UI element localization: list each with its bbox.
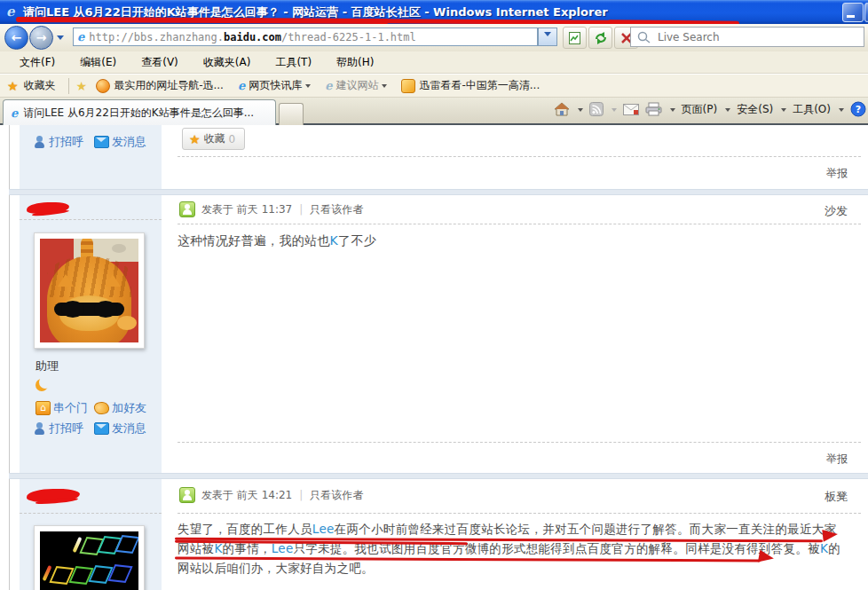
post-meta: 发表于 前天 11:37 | 只看该作者 bbox=[179, 201, 363, 217]
tools-menu-button[interactable]: 工具(O) bbox=[793, 102, 831, 117]
url-path: /thread-6225-1-1.html bbox=[281, 31, 416, 43]
post-body-line: 网站被K的事情，Lee只字未提。我也试图用百度官方微博的形式想能得到点百度官方的… bbox=[178, 541, 840, 557]
online-status-icon bbox=[179, 487, 195, 503]
handshake-icon bbox=[93, 401, 110, 415]
address-bar[interactable]: http://bbs.zhanzhang.baidu.com/thread-62… bbox=[73, 28, 538, 46]
online-status-icon bbox=[179, 201, 195, 217]
envelope-icon bbox=[94, 422, 109, 435]
floor-link[interactable]: 沙发 bbox=[825, 203, 848, 219]
menu-edit[interactable]: 编辑(E) bbox=[69, 53, 127, 72]
back-button[interactable] bbox=[4, 26, 28, 50]
menu-view[interactable]: 查看(V) bbox=[130, 53, 189, 72]
post-body-line: 网站以后咱们办，大家好自为之吧。 bbox=[178, 561, 374, 577]
ie-icon bbox=[325, 79, 332, 92]
search-box[interactable] bbox=[630, 27, 864, 47]
greet-link[interactable]: 打招呼 bbox=[34, 134, 83, 150]
read-mail-button[interactable] bbox=[623, 104, 639, 115]
refresh-button[interactable] bbox=[588, 27, 612, 49]
page-content: 打招呼 发消息 收藏 0 举报 助理 bbox=[0, 125, 868, 590]
only-author-link[interactable]: 只看该作者 bbox=[310, 202, 363, 217]
page-icon bbox=[77, 30, 84, 43]
chevron-down-icon[interactable] bbox=[725, 108, 730, 114]
chevron-down-icon[interactable] bbox=[839, 108, 844, 114]
address-toolbar: http://bbs.zhanzhang.baidu.com/thread-62… bbox=[0, 24, 868, 52]
divider bbox=[178, 442, 861, 443]
search-icon bbox=[636, 30, 654, 44]
print-button[interactable] bbox=[645, 102, 662, 116]
chevron-down-icon bbox=[382, 84, 387, 90]
user-title: 助理 bbox=[36, 358, 59, 374]
post-separator bbox=[9, 189, 868, 195]
safety-menu-button[interactable]: 安全(S) bbox=[737, 102, 773, 117]
post-time: 发表于 前天 11:37 bbox=[201, 202, 292, 217]
post-time: 发表于 前天 14:21 bbox=[201, 488, 292, 503]
url-prefix: http://bbs.zhanzhang. bbox=[89, 31, 224, 43]
mail-icon bbox=[623, 104, 639, 115]
rss-icon bbox=[589, 102, 604, 116]
help-button[interactable]: ? bbox=[850, 101, 866, 117]
send-message-link[interactable]: 发消息 bbox=[94, 421, 146, 437]
chevron-down-icon[interactable] bbox=[670, 108, 675, 114]
page-menu-button[interactable]: 页面(P) bbox=[682, 102, 718, 117]
favorite-webslices[interactable]: 网页快讯库 bbox=[238, 78, 311, 93]
forward-button[interactable] bbox=[29, 26, 53, 50]
menu-tools[interactable]: 工具(T) bbox=[264, 53, 322, 72]
sunglasses bbox=[54, 303, 124, 316]
tab-title: 请问LEE 从6月22日开始的K站事件是怎么回事... bbox=[23, 106, 254, 121]
report-link[interactable]: 举报 bbox=[826, 452, 848, 467]
svg-text:?: ? bbox=[856, 104, 861, 115]
chevron-down-icon[interactable] bbox=[781, 108, 786, 114]
divider bbox=[68, 78, 69, 94]
home-button[interactable] bbox=[554, 102, 570, 117]
favorite-suggested-sites[interactable]: 建议网站 bbox=[325, 78, 387, 93]
minimize-icon bbox=[847, 15, 855, 18]
add-friend-link[interactable]: 加好友 bbox=[94, 400, 146, 416]
home-icon bbox=[554, 102, 570, 117]
chevron-down-icon[interactable] bbox=[578, 108, 583, 114]
menu-file[interactable]: 文件(F) bbox=[9, 53, 66, 72]
send-message-link[interactable]: 发消息 bbox=[94, 134, 146, 150]
avatar-image bbox=[40, 531, 138, 590]
moon-icon bbox=[36, 379, 48, 391]
favorites-star-icon[interactable] bbox=[7, 79, 19, 93]
menu-favorites[interactable]: 收藏夹(A) bbox=[193, 53, 262, 72]
printer-icon bbox=[645, 102, 662, 116]
compatibility-icon bbox=[568, 31, 581, 45]
person-icon bbox=[34, 136, 46, 148]
history-dropdown-icon[interactable] bbox=[57, 35, 64, 43]
new-tab-button[interactable] bbox=[279, 103, 304, 126]
floor-link[interactable]: 板凳 bbox=[825, 489, 848, 505]
feeds-button[interactable] bbox=[589, 102, 604, 116]
star-icon bbox=[189, 132, 201, 146]
compatibility-view-button[interactable] bbox=[563, 27, 587, 49]
envelope-icon bbox=[94, 136, 109, 148]
window-title: 请问LEE 从6月22日开始的K站事件是怎么回事？ - 网站运营 - 百度站长社… bbox=[23, 4, 608, 20]
favorites-label[interactable]: 收藏夹 bbox=[24, 78, 56, 93]
menu-help[interactable]: 帮助(H) bbox=[326, 53, 384, 72]
greet-link[interactable]: 打招呼 bbox=[34, 421, 83, 437]
browser-window: 请问LEE 从6月22日开始的K站事件是怎么回事？ - 网站运营 - 百度站长社… bbox=[0, 0, 868, 590]
menu-bar: 文件(F) 编辑(E) 查看(V) 收藏夹(A) 工具(T) 帮助(H) bbox=[0, 51, 868, 74]
tab-active[interactable]: 请问LEE 从6月22日开始的K站事件是怎么回事... bbox=[3, 99, 276, 125]
maximize-button[interactable] bbox=[864, 3, 868, 22]
report-link[interactable]: 举报 bbox=[826, 166, 848, 181]
command-bar: 页面(P) 安全(S) 工具(O) ? bbox=[554, 101, 866, 117]
post-body-line: 失望了，百度的工作人员Lee在两个小时前曾经来过百度站长论坛，并对五个问题进行了… bbox=[178, 522, 836, 538]
visit-home-link[interactable]: 串个门 bbox=[36, 400, 88, 416]
minimize-button[interactable] bbox=[842, 3, 864, 22]
divider bbox=[20, 219, 162, 220]
post-separator bbox=[9, 473, 868, 479]
search-input[interactable] bbox=[656, 30, 864, 44]
favorite-link-nav[interactable]: 最实用的网址导航-迅... bbox=[96, 78, 224, 93]
post-body: 这种情况好普遍，我的站也K了不少 bbox=[178, 233, 376, 249]
favorite-thread-button[interactable]: 收藏 0 bbox=[182, 128, 245, 150]
help-icon: ? bbox=[850, 101, 866, 117]
only-author-link[interactable]: 只看该作者 bbox=[310, 488, 363, 503]
address-dropdown-button[interactable] bbox=[538, 28, 557, 46]
favorite-xunlei-kankan[interactable]: 迅雷看看-中国第一高清... bbox=[401, 78, 540, 93]
url-domain: baidu.com bbox=[224, 31, 281, 43]
avatar[interactable] bbox=[34, 525, 145, 590]
add-favorite-icon[interactable] bbox=[76, 79, 88, 93]
avatar[interactable] bbox=[34, 232, 145, 349]
chevron-down-icon bbox=[612, 108, 617, 114]
